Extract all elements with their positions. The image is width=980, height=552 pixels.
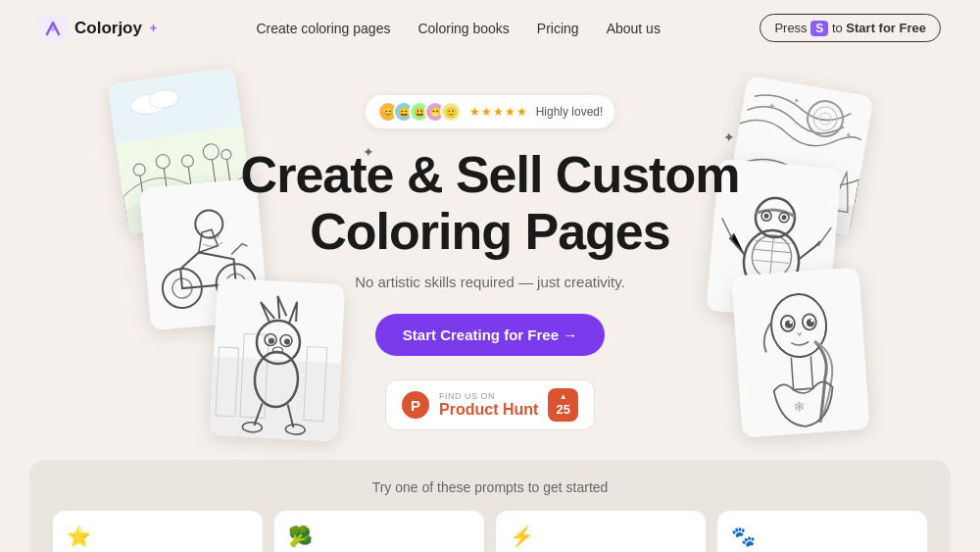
prompt-emoji-1: ⭐ [67, 525, 249, 548]
cta-press-label: Press [774, 21, 807, 35]
ph-name-label: Product Hunt [439, 401, 538, 419]
avatar-5: 🙂 [440, 101, 462, 123]
nav-create[interactable]: Create coloring pages [256, 21, 390, 36]
nav-about[interactable]: About us [607, 21, 661, 36]
product-hunt-text: FIND US ON Product Hunt [439, 391, 538, 419]
product-hunt-icon: P [402, 391, 429, 419]
cta-button[interactable]: Start Creating for Free → [375, 314, 605, 356]
logo-text: Colorjoy [74, 19, 142, 38]
star-rating: ★★★★★ [469, 105, 528, 119]
logo[interactable]: Colorjoy+ [39, 15, 157, 42]
hero-center: 😊 😄 😃 😁 🙂 ★★★★★ Highly loved! Create & S… [241, 95, 740, 430]
nav-books[interactable]: Coloring books [417, 21, 509, 36]
card-frozen: ❄ [731, 268, 869, 438]
logo-icon [39, 15, 67, 42]
prompt-card-4[interactable]: 🐾 Dinosaur riding a bike [717, 511, 927, 552]
prompt-card-3[interactable]: ⚡ Symmetrical Mandala art [496, 511, 706, 552]
prompt-emoji-4: 🐾 [731, 525, 913, 548]
product-hunt-badge[interactable]: P FIND US ON Product Hunt ▲ 25 [385, 379, 595, 429]
logo-plus: + [150, 22, 157, 35]
loved-badge: 😊 😄 😃 😁 🙂 ★★★★★ Highly loved! [366, 95, 615, 128]
hero-section: ✦ ✦ ✦ [0, 56, 980, 450]
ph-find-label: FIND US ON [439, 391, 538, 401]
avatar-stack: 😊 😄 😃 😁 🙂 [377, 101, 462, 123]
prompts-title: Try one of these prompts to get started [53, 479, 927, 495]
prompt-card-1[interactable]: ⭐ Cute Spiderman riding a bike [53, 511, 263, 552]
ph-count-badge: ▲ 25 [548, 388, 577, 421]
nav-pricing[interactable]: Pricing [537, 21, 579, 36]
cta-action-label: Start for Free [846, 21, 926, 35]
card-frozen-image: ❄ [731, 268, 869, 438]
prompts-section: Try one of these prompts to get started … [29, 460, 951, 552]
cta-key: S [810, 21, 828, 36]
prompt-emoji-3: ⚡ [510, 525, 692, 548]
cta-to-label: to [832, 21, 843, 35]
ph-count-number: 25 [556, 402, 569, 418]
hero-subtitle: No artistic skills required — just creat… [355, 274, 625, 290]
prompts-grid: ⭐ Cute Spiderman riding a bike 🥦 Cute ni… [53, 511, 927, 552]
prompt-emoji-2: 🥦 [288, 525, 470, 548]
start-free-button[interactable]: Press S to Start for Free [760, 14, 941, 42]
svg-text:❄: ❄ [793, 398, 806, 415]
navbar: Colorjoy+ Create coloring pages Coloring… [0, 0, 980, 56]
hero-headline: Create & Sell Custom Coloring Pages [241, 146, 740, 260]
highly-loved-label: Highly loved! [536, 105, 604, 119]
ph-triangle-icon: ▲ [560, 392, 567, 402]
prompt-card-2[interactable]: 🥦 Cute ninja karate [274, 511, 484, 552]
nav-links: Create coloring pages Coloring books Pri… [256, 20, 660, 37]
svg-point-1 [50, 25, 56, 31]
